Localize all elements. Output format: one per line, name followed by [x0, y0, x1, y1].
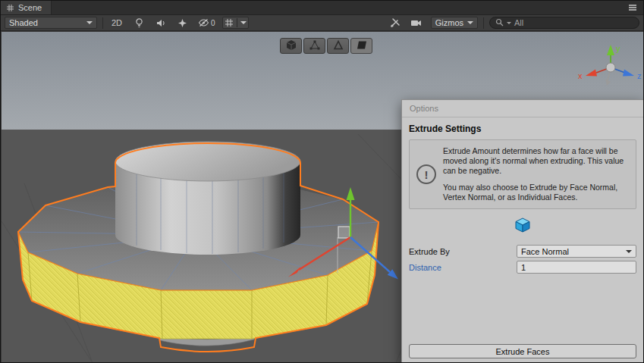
vertex-mode-points-icon	[309, 39, 321, 53]
extrude-by-label: Extrude By	[409, 247, 517, 256]
draw-mode-dropdown[interactable]: Shaded	[5, 17, 97, 29]
options-panel: Options Extrude Settings ! Extrude Amoun…	[401, 99, 644, 363]
chevron-down-icon	[86, 21, 93, 24]
chevron-down-icon	[467, 21, 473, 24]
tab-scene[interactable]: Scene	[1, 1, 52, 14]
gizmo-center-sphere[interactable]	[606, 63, 615, 72]
extrude-by-row: Extrude By Face Normal	[409, 244, 636, 258]
divider	[483, 17, 484, 29]
camera-icon	[410, 19, 422, 27]
distance-input[interactable]	[517, 261, 636, 274]
chevron-down-icon	[626, 250, 632, 253]
grid-tab-icon	[6, 4, 14, 12]
effects-sparkle-icon	[177, 18, 187, 28]
scene-search-field[interactable]: All	[489, 17, 639, 29]
chevron-down-icon	[240, 21, 247, 24]
axis-x-label: x	[578, 71, 583, 80]
extrude-faces-button[interactable]: Extrude Faces	[409, 344, 636, 358]
search-filter-chevron-icon	[507, 22, 511, 24]
vertex-mode-button[interactable]	[303, 38, 325, 54]
options-panel-header[interactable]: Options	[402, 100, 643, 117]
toggle-2d-button[interactable]: 2D	[108, 17, 125, 29]
divider	[102, 17, 103, 29]
edge-mode-triangle-icon	[332, 39, 344, 53]
tab-scene-label: Scene	[18, 3, 42, 12]
object-mode-button[interactable]	[280, 38, 302, 54]
options-panel-title: Options	[410, 104, 438, 113]
axis-z-label: z	[637, 71, 642, 80]
tools-wrench-icon	[390, 17, 401, 28]
extrude-info-paragraph-2: You may also choose to Extrude by Face N…	[443, 183, 629, 202]
lightbulb-icon	[134, 17, 144, 28]
tool-settings-button[interactable]	[387, 17, 404, 29]
search-icon	[495, 18, 504, 28]
axis-y-label: y	[616, 44, 620, 53]
extrude-settings-title: Extrude Settings	[409, 124, 636, 134]
hidden-object-count: 0	[211, 19, 215, 27]
scene-lighting-button[interactable]	[130, 17, 147, 29]
distance-row: Distance	[409, 260, 636, 274]
extrude-by-dropdown[interactable]: Face Normal	[517, 245, 636, 258]
gizmos-dropdown[interactable]: Gizmos	[431, 17, 478, 29]
extrude-info-text: Extrude Amount determines how far a face…	[443, 146, 629, 202]
gizmo-plane-handle[interactable]	[338, 227, 350, 238]
toggle-2d-label: 2D	[112, 18, 122, 27]
distance-label: Distance	[409, 263, 517, 272]
extrude-cube-icon	[514, 217, 531, 236]
scene-visibility-button[interactable]: 0	[196, 17, 217, 29]
grid-visibility-button[interactable]	[222, 17, 249, 29]
grid-icon	[225, 18, 234, 27]
draw-mode-label: Shaded	[9, 18, 38, 27]
tab-context-menu-icon[interactable]	[622, 1, 643, 14]
face-mode-filled-icon	[356, 39, 368, 53]
model-cylinder[interactable]	[115, 142, 300, 255]
scene-camera-dropdown-button[interactable]	[409, 17, 426, 29]
face-mode-button[interactable]	[350, 38, 372, 54]
info-exclamation-icon: !	[416, 164, 436, 184]
effects-dropdown-button[interactable]	[174, 17, 191, 29]
scene-toolbar: Shaded 2D 0	[1, 15, 643, 31]
options-panel-body: Extrude Settings ! Extrude Amount determ…	[402, 117, 643, 362]
extrude-info-box: ! Extrude Amount determines how far a fa…	[409, 139, 636, 209]
search-text: All	[514, 18, 523, 27]
unity-scene-window: Scene Shaded 2D	[0, 0, 644, 363]
probuilder-mode-toolbar	[280, 38, 372, 54]
extrude-info-paragraph-1: Extrude Amount determines how far a face…	[443, 146, 629, 176]
edge-mode-button[interactable]	[327, 38, 349, 54]
extrude-by-value: Face Normal	[521, 247, 569, 256]
eye-hidden-icon	[198, 18, 209, 27]
divider	[237, 18, 237, 27]
extrude-icon-row	[409, 217, 636, 236]
tab-bar: Scene	[1, 1, 643, 15]
gizmos-label: Gizmos	[435, 18, 463, 27]
object-mode-cube-icon	[285, 39, 297, 53]
speaker-icon	[156, 18, 166, 28]
scene-audio-button[interactable]	[152, 17, 169, 29]
